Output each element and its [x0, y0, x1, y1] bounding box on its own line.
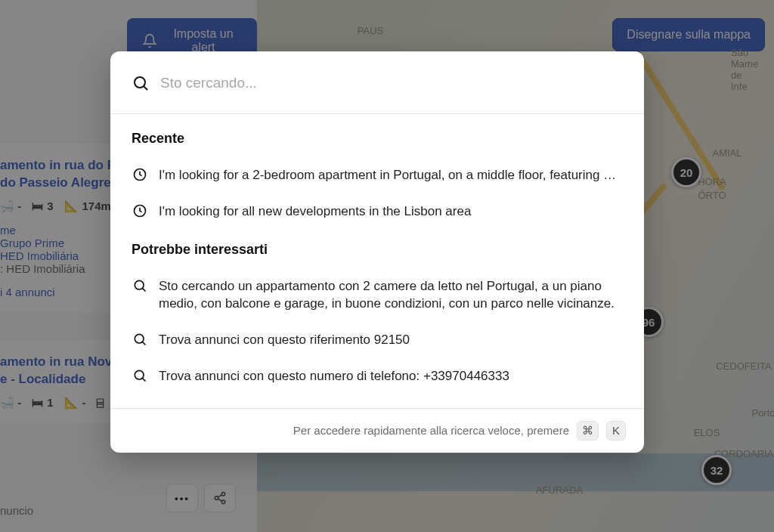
suggestion-item[interactable]: Trova annunci con questo numero di telef…	[132, 358, 623, 394]
recent-heading: Recente	[132, 131, 623, 147]
svg-point-7	[135, 335, 144, 344]
search-input[interactable]	[160, 75, 623, 91]
suggestions-section: Potrebbe interessarti Sto cercando un ap…	[110, 233, 644, 408]
recent-item[interactable]: I'm looking for a 2-bedroom apartment in…	[132, 157, 623, 193]
suggestion-item-text: Sto cercando un appartamento con 2 camer…	[159, 277, 623, 314]
search-modal: Recente I'm looking for a 2-bedroom apar…	[110, 51, 644, 453]
kbd-cmd: ⌘	[577, 421, 599, 441]
suggestion-item[interactable]: Trova annunci con questo riferimento 921…	[132, 322, 623, 358]
clock-icon	[132, 167, 148, 182]
suggestion-item-text: Trova annunci con questo riferimento 921…	[159, 331, 623, 349]
search-icon	[132, 332, 148, 347]
suggestion-item-text: Trova annunci con questo numero di telef…	[159, 367, 623, 385]
clock-icon	[132, 203, 148, 218]
footer-hint: Per accedere rapidamente alla ricerca ve…	[293, 424, 569, 437]
search-icon	[132, 368, 148, 383]
modal-footer: Per accedere rapidamente alla ricerca ve…	[110, 408, 644, 453]
svg-point-3	[135, 77, 145, 88]
search-icon	[132, 74, 150, 92]
recent-item-text: I'm looking for all new developments in …	[159, 203, 623, 221]
suggestion-item[interactable]: Sto cercando un appartamento con 2 camer…	[132, 268, 623, 323]
suggestions-heading: Potrebbe interessarti	[132, 242, 623, 258]
search-icon	[132, 278, 148, 293]
recent-item-text: I'm looking for a 2-bedroom apartment in…	[159, 166, 623, 184]
kbd-k: K	[606, 421, 626, 441]
recent-section: Recente I'm looking for a 2-bedroom apar…	[110, 114, 644, 233]
recent-item[interactable]: I'm looking for all new developments in …	[132, 193, 623, 230]
svg-point-8	[135, 370, 144, 379]
svg-point-6	[135, 280, 144, 289]
search-row	[110, 51, 644, 113]
